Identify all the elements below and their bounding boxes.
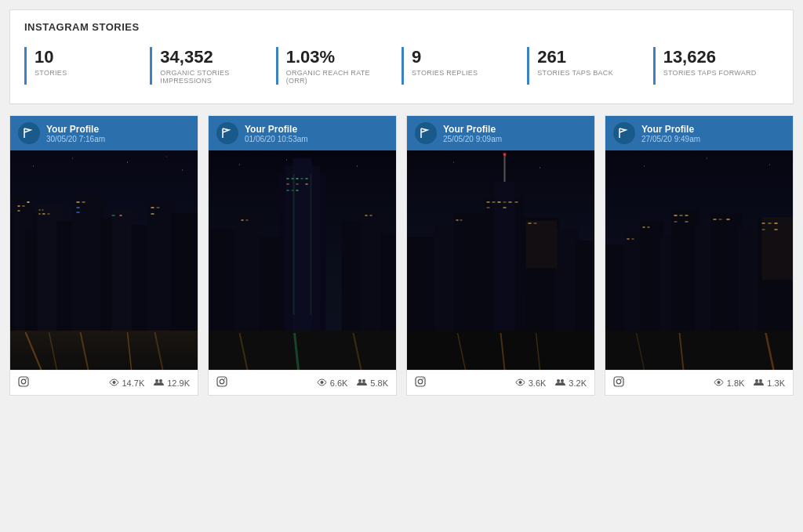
svg-rect-105: [509, 201, 512, 203]
svg-rect-22: [48, 213, 50, 215]
svg-rect-61: [293, 174, 295, 315]
views-count-1: 14.7K: [122, 378, 145, 388]
svg-rect-66: [301, 178, 303, 179]
flag-icon: [221, 127, 234, 139]
svg-point-5: [182, 170, 183, 171]
svg-rect-159: [614, 377, 623, 386]
svg-rect-31: [42, 209, 44, 211]
story-card-1: Your Profile 30/05/20 7:16am: [9, 115, 198, 396]
svg-rect-42: [19, 377, 28, 386]
story-date-3: 25/05/20 9:09am: [443, 135, 502, 143]
story-profile-name-4: Your Profile: [641, 124, 700, 135]
svg-rect-65: [296, 178, 299, 179]
footer-stats-4: 1.8K 1.3K: [714, 378, 785, 389]
stat-value-taps-forward: 13,626: [663, 47, 763, 67]
story-header-text-3: Your Profile 25/05/20 9:09am: [443, 124, 502, 143]
story-header-2: Your Profile 01/06/20 10:53am: [209, 116, 396, 150]
svg-rect-55: [209, 229, 240, 331]
story-header-text-1: Your Profile 30/05/20 7:16am: [46, 124, 105, 143]
svg-rect-141: [648, 226, 650, 228]
svg-rect-100: [576, 241, 595, 331]
svg-rect-57: [260, 237, 283, 331]
svg-point-51: [357, 166, 358, 167]
svg-rect-56: [236, 213, 263, 331]
stat-value-stories: 10: [35, 47, 134, 67]
stat-label-replies: STORIES REPLIES: [412, 69, 511, 77]
svg-point-84: [224, 378, 225, 379]
story-profile-name-2: Your Profile: [245, 124, 308, 135]
story-card-2: Your Profile 01/06/20 10:53am: [208, 115, 397, 396]
svg-rect-23: [77, 201, 80, 203]
svg-rect-62: [311, 174, 312, 315]
svg-point-2: [72, 158, 73, 159]
footer-stat-views-2: 6.6K: [317, 378, 348, 389]
stories-grid: Your Profile 30/05/20 7:16am: [9, 115, 794, 396]
svg-point-83: [220, 380, 224, 385]
svg-rect-103: [498, 201, 501, 203]
svg-rect-104: [503, 201, 507, 203]
svg-rect-68: [287, 183, 289, 185]
svg-rect-78: [209, 331, 396, 370]
stat-label-taps-back: STORIES TAPS BACK: [537, 69, 637, 77]
people-icon-3: [555, 378, 565, 389]
stat-impressions: 34,352 ORGANIC STORIES IMPRESSIONS: [150, 47, 260, 85]
svg-rect-138: [627, 238, 630, 240]
svg-rect-101: [487, 201, 490, 203]
instagram-icon-1: [18, 376, 29, 389]
reach-count-2: 5.8K: [370, 378, 388, 388]
svg-rect-139: [632, 238, 634, 240]
svg-point-160: [616, 380, 621, 385]
svg-rect-30: [39, 209, 41, 211]
svg-rect-32: [39, 213, 41, 215]
svg-rect-70: [306, 183, 308, 185]
footer-stat-views-3: 3.6K: [515, 378, 547, 389]
svg-rect-146: [685, 221, 689, 223]
footer-stat-reach-3: 3.2K: [555, 378, 587, 389]
svg-point-122: [557, 379, 560, 382]
views-count-2: 6.6K: [330, 378, 348, 388]
eye-icon-2: [317, 378, 327, 389]
svg-point-49: [239, 165, 240, 165]
svg-rect-107: [487, 207, 490, 208]
eye-icon-1: [109, 378, 119, 389]
svg-rect-28: [157, 207, 160, 208]
svg-point-85: [320, 381, 323, 384]
svg-point-90: [540, 168, 540, 168]
svg-rect-35: [112, 215, 115, 216]
stat-value-reach-rate: 1.03%: [286, 47, 386, 67]
svg-rect-97: [454, 213, 489, 331]
svg-rect-106: [515, 201, 518, 203]
svg-rect-74: [242, 219, 244, 221]
svg-rect-25: [77, 207, 80, 208]
header-card: INSTAGRAM STORIES 10 STORIES 34,352 ORGA…: [9, 9, 794, 104]
page-title: INSTAGRAM STORIES: [24, 21, 779, 33]
svg-rect-151: [768, 223, 772, 224]
svg-point-86: [358, 379, 362, 382]
story-header-1: Your Profile 30/05/20 7:16am: [10, 116, 198, 150]
svg-rect-150: [762, 223, 765, 224]
svg-rect-18: [23, 205, 25, 207]
svg-rect-148: [719, 219, 722, 220]
footer-left-3: [415, 376, 426, 389]
stat-taps-forward: 13,626 STORIES TAPS FORWARD: [653, 47, 763, 85]
svg-rect-140: [643, 226, 645, 228]
stat-value-replies: 9: [412, 47, 511, 67]
stat-replies: 9 STORIES REPLIES: [402, 47, 511, 85]
footer-left-2: [216, 376, 227, 389]
svg-rect-29: [151, 213, 154, 215]
svg-rect-145: [674, 221, 678, 223]
people-icon-1: [154, 378, 164, 389]
svg-rect-71: [287, 190, 289, 191]
svg-point-163: [755, 379, 758, 382]
svg-rect-92: [495, 182, 515, 331]
svg-point-125: [644, 166, 645, 167]
instagram-icon-2: [216, 376, 227, 389]
svg-point-120: [423, 378, 423, 379]
story-header-4: Your Profile 27/05/20 9:49am: [605, 116, 793, 150]
stat-label-taps-forward: STORIES TAPS FORWARD: [663, 69, 763, 77]
svg-rect-72: [292, 190, 294, 191]
story-image-1: [10, 150, 198, 370]
story-image-4: [605, 150, 793, 370]
svg-rect-144: [685, 215, 689, 216]
svg-rect-109: [456, 219, 459, 221]
